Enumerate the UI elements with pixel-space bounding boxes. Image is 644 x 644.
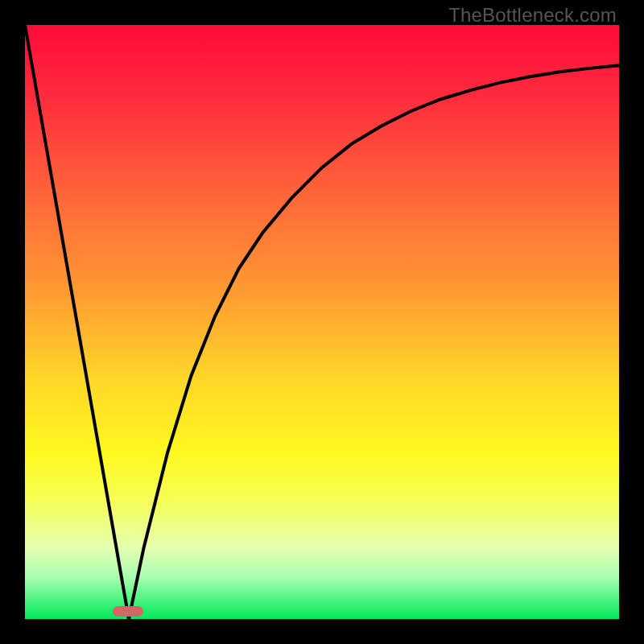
curve-right-ascent <box>129 65 619 619</box>
plot-area <box>25 25 619 619</box>
optimal-point-marker <box>113 606 143 617</box>
curve-left-descent <box>25 25 129 619</box>
chart-frame: TheBottleneck.com <box>0 0 644 644</box>
bottleneck-curve <box>25 25 619 619</box>
watermark-text: TheBottleneck.com <box>448 4 617 27</box>
